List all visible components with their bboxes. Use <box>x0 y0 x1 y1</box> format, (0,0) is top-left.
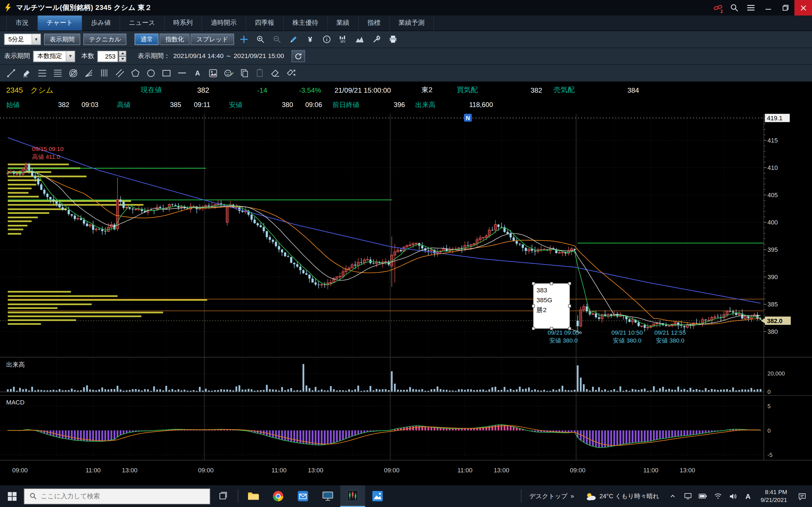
weather-widget[interactable]: 24°C くもり時々晴れ <box>579 492 665 501</box>
tab-disclosure[interactable]: 適時開示 <box>202 15 246 31</box>
bar-count-input[interactable] <box>97 50 118 62</box>
time-axis-label: 13:00 <box>679 467 695 474</box>
tab-market[interactable]: 市況 <box>6 15 38 31</box>
zoom-out-icon[interactable] <box>270 33 284 46</box>
mode-index-button[interactable]: 指数化 <box>160 34 190 45</box>
clear-all-icon[interactable] <box>284 66 298 79</box>
note-text: 385G <box>537 296 552 304</box>
chart-app-icon[interactable] <box>340 485 365 507</box>
range-value: 2021/09/14 14:40 ～ 2021/09/21 15:00 <box>173 52 284 61</box>
draw-pencil-icon[interactable] <box>287 33 300 46</box>
area-chart-icon[interactable] <box>353 33 366 46</box>
display-period-button[interactable]: 表示期間 <box>44 34 80 45</box>
parallel-lines-icon[interactable] <box>51 66 65 79</box>
text-tool-icon[interactable]: A <box>191 66 205 79</box>
display-tray-icon[interactable] <box>680 485 695 507</box>
note-resize-handle[interactable] <box>568 282 571 285</box>
emoji-tool-icon[interactable] <box>221 66 236 79</box>
horizontal-line-icon[interactable] <box>175 66 189 79</box>
technical-button[interactable]: テクニカル <box>84 34 126 45</box>
chart-region[interactable]: 415410405400395390385380419.1382.020,000… <box>0 111 812 485</box>
file-explorer-icon[interactable] <box>241 485 266 507</box>
taskbar-search-input[interactable] <box>41 493 196 500</box>
speaker-icon[interactable] <box>725 485 741 507</box>
mode-normal-button[interactable]: 通常 <box>135 34 158 45</box>
desktop-chevron-icon: » <box>571 493 574 500</box>
action-center-icon[interactable] <box>792 485 812 507</box>
tab-forecast[interactable]: 業績予測 <box>390 15 434 31</box>
grid-layer <box>0 114 764 460</box>
battery-icon[interactable] <box>695 485 710 507</box>
minimize-button[interactable] <box>759 0 777 15</box>
ellipse-icon[interactable] <box>144 66 158 79</box>
start-button[interactable] <box>0 485 24 507</box>
tray-chevron-up-icon[interactable] <box>665 485 680 507</box>
note-resize-handle[interactable] <box>568 305 571 307</box>
price-axis-label: 385 <box>767 301 778 308</box>
ime-indicator[interactable]: A <box>741 485 755 507</box>
tab-chart[interactable]: チャート <box>38 15 82 31</box>
tab-earnings[interactable]: 業績 <box>327 15 359 31</box>
tab-benefits[interactable]: 株主優待 <box>284 15 327 31</box>
close-button[interactable] <box>795 0 812 15</box>
note-resize-handle[interactable] <box>532 282 535 285</box>
mode-spread-button[interactable]: スプレッド <box>191 34 234 45</box>
note-annotation[interactable]: 383385G勝2 <box>532 282 581 334</box>
task-view-button[interactable] <box>210 485 235 507</box>
mail-app-icon[interactable] <box>290 485 315 507</box>
tab-timeseries[interactable]: 時系列 <box>164 15 202 31</box>
taskbar-search[interactable] <box>24 488 210 504</box>
marker-icon[interactable] <box>20 66 34 79</box>
channel-icon[interactable] <box>113 66 127 79</box>
pentagon-icon[interactable] <box>129 66 143 79</box>
open-label: 始値 <box>0 100 27 109</box>
note-resize-handle[interactable] <box>568 327 571 330</box>
paste-tool-icon[interactable] <box>253 66 267 79</box>
note-resize-handle[interactable] <box>550 327 553 330</box>
icon-stamp-icon[interactable]: icon <box>206 66 220 79</box>
note-resize-handle[interactable] <box>532 305 535 307</box>
chrome-icon[interactable] <box>266 485 290 507</box>
timeframe-select[interactable]: 5分足 ▼ <box>4 34 41 45</box>
print-icon[interactable] <box>386 33 400 46</box>
taskbar-clock[interactable]: 8:41 PM 9/21/2021 <box>755 489 792 504</box>
period-mode-select[interactable]: 本数指定 ▼ <box>33 50 75 62</box>
fib-circle-icon[interactable] <box>66 66 80 79</box>
time-axis-label: 13:00 <box>122 467 137 474</box>
note-resize-handle[interactable] <box>550 282 553 285</box>
chart-canvas[interactable]: 415410405400395390385380419.1382.020,000… <box>0 111 812 485</box>
price-axis-label: 380 <box>767 328 778 335</box>
menu-icon[interactable] <box>743 0 759 15</box>
app-logo-icon <box>4 4 12 12</box>
desktop-toolbar[interactable]: デスクトップ » <box>524 492 579 501</box>
count-spinner[interactable] <box>119 50 126 62</box>
settings-wrench-icon[interactable] <box>370 33 383 46</box>
tab-news[interactable]: ニュース <box>120 15 165 31</box>
reset-period-button[interactable] <box>291 50 305 62</box>
rectangle-icon[interactable] <box>160 66 174 79</box>
fib-retracement-icon[interactable] <box>35 66 49 79</box>
crosshair-icon[interactable] <box>237 33 251 46</box>
time-axis-label: 11:00 <box>457 467 472 474</box>
search-icon[interactable] <box>726 0 743 15</box>
fan-lines-icon[interactable] <box>82 66 96 79</box>
yen-axis-icon[interactable]: ¥ <box>303 33 317 46</box>
link-icon[interactable]: 1 <box>709 0 726 15</box>
wifi-icon[interactable] <box>711 485 725 507</box>
zoom-in-icon[interactable] <box>254 33 267 46</box>
info-icon[interactable] <box>320 33 334 46</box>
my-chart-icon[interactable]: MY <box>337 33 350 46</box>
vertical-lines-icon[interactable] <box>97 66 111 79</box>
tab-ticks[interactable]: 歩み値 <box>82 15 120 31</box>
copy-tool-icon[interactable] <box>237 66 251 79</box>
photos-app-icon[interactable] <box>365 485 390 507</box>
tab-indicators[interactable]: 指標 <box>359 15 390 31</box>
monitor-app-icon[interactable] <box>315 485 340 507</box>
restore-button[interactable] <box>777 0 794 15</box>
trendline-icon[interactable] <box>4 66 18 79</box>
taskbar-separator <box>238 490 238 503</box>
note-resize-handle[interactable] <box>532 327 535 330</box>
high-label: 高値 <box>117 100 139 109</box>
erase-tool-icon[interactable] <box>268 66 282 79</box>
tab-shikiho[interactable]: 四季報 <box>246 15 284 31</box>
